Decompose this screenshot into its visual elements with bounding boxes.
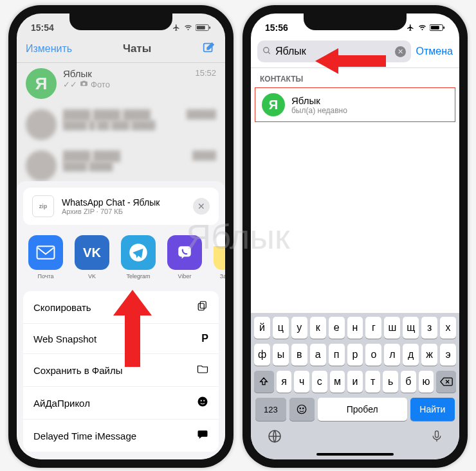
key-backspace[interactable] <box>436 371 456 393</box>
action-save-to-files[interactable]: Сохранить в Файлы <box>23 354 219 387</box>
key-shift[interactable] <box>254 371 274 393</box>
key[interactable]: щ <box>403 317 419 339</box>
share-action-list: Скопировать Web Snapshot P Сохранить в Ф… <box>23 291 219 452</box>
key[interactable]: т <box>365 371 381 393</box>
share-app-mail[interactable]: Почта <box>28 235 63 280</box>
action-delayed-imessage[interactable]: Delayed Time iMessage <box>23 420 219 452</box>
cancel-button[interactable]: Отмена <box>416 46 453 57</box>
key[interactable]: р <box>347 344 363 366</box>
share-app-vk[interactable]: VK VK <box>75 235 109 280</box>
status-time: 15:54 <box>31 22 54 33</box>
key[interactable]: с <box>312 371 327 393</box>
close-icon: ✕ <box>197 201 205 211</box>
svg-point-17 <box>297 405 306 414</box>
emoji-icon <box>296 404 307 415</box>
kbd-row3: я ч с м и т ь б ю <box>253 371 457 393</box>
chat-message: ✓✓ Фото <box>63 79 188 89</box>
key-space[interactable]: Пробел <box>318 398 407 421</box>
share-file-sub: Архив ZIP · 707 КБ <box>62 208 160 215</box>
action-web-snapshot[interactable]: Web Snapshot P <box>23 324 219 354</box>
key[interactable]: д <box>403 344 419 366</box>
key[interactable]: ц <box>273 317 289 339</box>
airplane-icon <box>406 24 415 31</box>
svg-point-19 <box>303 408 304 409</box>
folder-icon <box>197 363 208 377</box>
globe-icon[interactable] <box>267 429 282 448</box>
action-copy[interactable]: Скопировать <box>23 291 219 324</box>
edit-button[interactable]: Изменить <box>26 43 72 55</box>
key[interactable]: ч <box>294 371 309 393</box>
key[interactable]: н <box>347 317 363 339</box>
svg-point-8 <box>198 397 208 407</box>
key[interactable]: ф <box>254 344 270 366</box>
key[interactable]: я <box>277 371 292 393</box>
svg-rect-7 <box>198 303 204 310</box>
key[interactable]: г <box>365 317 381 339</box>
svg-point-10 <box>203 400 205 401</box>
key[interactable]: у <box>291 317 307 339</box>
key[interactable]: о <box>365 344 381 366</box>
chat-icon <box>197 429 208 443</box>
search-bar: Яблык ✕ Отмена <box>251 38 459 68</box>
notch <box>304 13 407 30</box>
key-find[interactable]: Найти <box>410 398 455 421</box>
key[interactable]: а <box>310 344 326 366</box>
search-query: Яблык <box>275 46 391 57</box>
key[interactable]: и <box>347 371 363 393</box>
key[interactable]: й <box>254 317 270 339</box>
key[interactable]: ы <box>273 344 289 366</box>
search-icon <box>262 46 271 57</box>
key[interactable]: ь <box>383 371 398 393</box>
key[interactable]: х <box>440 317 456 339</box>
kbd-row1: й ц у к е н г ш щ з х <box>253 317 457 339</box>
key[interactable]: ш <box>384 317 400 339</box>
chat-row-blurred: ████ ████████ ████ ████ <box>17 145 225 186</box>
share-app-viber[interactable]: Viber <box>167 235 202 280</box>
read-ticks-icon: ✓✓ <box>63 80 77 89</box>
share-sheet: zip WhatsApp Chat - Яблык Архив ZIP · 70… <box>17 181 225 459</box>
svg-rect-21 <box>435 431 439 438</box>
mail-icon <box>28 235 63 270</box>
key[interactable]: з <box>421 317 437 339</box>
close-button[interactable]: ✕ <box>193 198 210 215</box>
chat-row-yablyk[interactable]: Я Яблык ✓✓ Фото 15:52 <box>17 63 225 104</box>
key[interactable]: э <box>440 344 456 366</box>
key-123[interactable]: 123 <box>255 398 286 421</box>
chat-row-blurred: ████ ████ ████ ████ █ ██ ███ ████ █████ <box>17 104 225 145</box>
wifi-icon <box>417 24 427 31</box>
chats-nav: Изменить Чаты <box>17 38 225 63</box>
mic-icon[interactable] <box>430 429 443 448</box>
svg-rect-1 <box>197 26 205 30</box>
clear-button[interactable]: ✕ <box>395 46 406 57</box>
keyboard[interactable]: й ц у к е н г ш щ з х ф ы в а п р о л <box>251 313 459 459</box>
search-result-yablyk[interactable]: Я Яблык был(а) недавно <box>255 87 455 122</box>
action-aidaprikol[interactable]: АйДаПрикол <box>23 387 219 420</box>
close-icon: ✕ <box>398 48 403 56</box>
compose-button[interactable] <box>202 40 216 57</box>
search-input[interactable]: Яблык ✕ <box>257 40 411 62</box>
telegram-icon <box>121 235 156 270</box>
compose-icon <box>202 40 216 55</box>
key[interactable]: в <box>291 344 307 366</box>
avatar: Я <box>262 93 285 116</box>
share-app-strip[interactable]: Почта VK VK Telegram Viber <box>17 231 225 286</box>
key[interactable]: к <box>310 317 326 339</box>
copy-icon <box>197 300 208 314</box>
svg-point-18 <box>300 408 301 409</box>
share-app-telegram[interactable]: Telegram <box>121 235 156 280</box>
phone-right: 15:56 Яблык ✕ Отмена КОНТАКТЫ Я <box>243 5 468 468</box>
key[interactable]: б <box>401 371 416 393</box>
kbd-bottom: 123 Пробел Найти <box>253 398 457 421</box>
key[interactable]: п <box>329 344 345 366</box>
chat-time: 15:52 <box>195 68 216 78</box>
key[interactable]: м <box>330 371 345 393</box>
key[interactable]: е <box>329 317 345 339</box>
key[interactable]: ю <box>419 371 434 393</box>
key[interactable]: л <box>384 344 400 366</box>
page-title: Чаты <box>123 42 151 55</box>
smile-icon <box>197 396 208 410</box>
share-app-notes[interactable]: Заметки <box>214 235 225 280</box>
key[interactable]: ж <box>421 344 437 366</box>
key-emoji[interactable] <box>289 398 315 421</box>
battery-icon <box>430 24 445 31</box>
